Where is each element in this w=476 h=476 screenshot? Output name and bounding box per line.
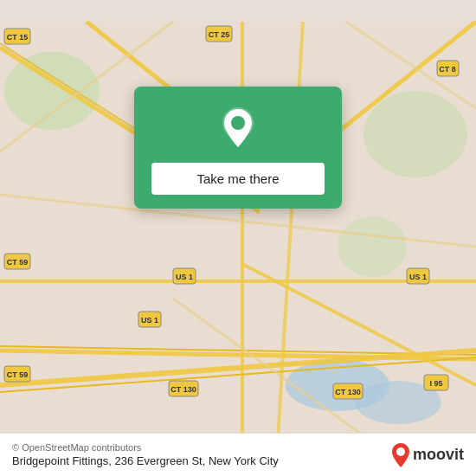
moovit-brand-text: moovit bbox=[413, 446, 464, 464]
svg-text:CT 130: CT 130 bbox=[335, 388, 361, 396]
moovit-pin-icon bbox=[392, 443, 409, 467]
bottom-info: © OpenStreetMap contributors Bridgepoint… bbox=[12, 442, 279, 467]
svg-point-1 bbox=[4, 52, 100, 130]
map-background: CT 15 CT 25 CT 8 CT 8 CT 59 US 1 US 1 US… bbox=[0, 0, 476, 476]
svg-text:CT 130: CT 130 bbox=[170, 385, 196, 394]
bottom-bar: © OpenStreetMap contributors Bridgepoint… bbox=[0, 433, 476, 476]
copyright-text: © OpenStreetMap contributors bbox=[12, 442, 279, 453]
svg-text:US 1: US 1 bbox=[176, 273, 193, 281]
svg-point-2 bbox=[363, 91, 467, 177]
svg-point-49 bbox=[396, 447, 405, 456]
svg-text:CT 8: CT 8 bbox=[439, 65, 456, 74]
location-pin-icon bbox=[214, 104, 262, 152]
svg-point-48 bbox=[231, 116, 245, 130]
take-me-there-button[interactable]: Take me there bbox=[151, 163, 325, 195]
map-container: CT 15 CT 25 CT 8 CT 8 CT 59 US 1 US 1 US… bbox=[0, 0, 476, 476]
svg-text:CT 59: CT 59 bbox=[7, 370, 29, 379]
svg-text:US 1: US 1 bbox=[409, 273, 427, 281]
svg-text:CT 15: CT 15 bbox=[7, 33, 29, 42]
moovit-logo: moovit bbox=[392, 443, 464, 467]
svg-text:I 95: I 95 bbox=[429, 379, 442, 388]
svg-text:US 1: US 1 bbox=[141, 316, 158, 325]
location-name: Bridgepoint Fittings, 236 Evergreen St, … bbox=[12, 454, 279, 467]
svg-point-3 bbox=[338, 216, 407, 277]
svg-text:CT 25: CT 25 bbox=[209, 30, 230, 39]
svg-text:CT 59: CT 59 bbox=[7, 258, 29, 267]
location-card: Take me there bbox=[134, 87, 342, 209]
